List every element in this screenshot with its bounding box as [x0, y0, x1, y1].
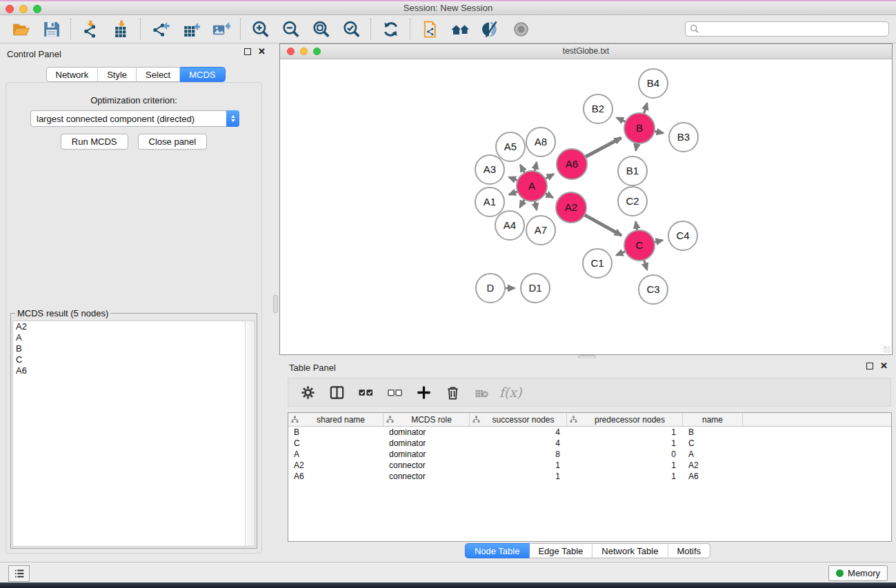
edge-A-A2[interactable]	[545, 194, 552, 198]
resize-grip-icon[interactable]	[884, 346, 890, 353]
search-field[interactable]	[685, 21, 889, 37]
zoom-selected-button[interactable]	[336, 17, 366, 41]
tab-style[interactable]: Style	[98, 67, 137, 82]
column-header-predecessor-nodes[interactable]: predecessor nodes	[567, 413, 683, 426]
table-row[interactable]: Adominator80A	[288, 449, 891, 460]
edge-B-B4[interactable]	[644, 103, 647, 114]
node-B2[interactable]: B2	[584, 94, 613, 123]
function-button[interactable]: f(x)	[501, 383, 520, 402]
edge-A-A5[interactable]	[520, 165, 524, 172]
node-B[interactable]: B	[624, 113, 655, 143]
close-panel-icon[interactable]: ✕	[258, 48, 266, 55]
table-close-panel-icon[interactable]: ✕	[880, 363, 888, 369]
columns-button[interactable]	[327, 383, 346, 402]
add-button[interactable]	[414, 383, 433, 402]
node-C2[interactable]: C2	[618, 187, 647, 216]
node-A1[interactable]: A1	[475, 187, 504, 216]
close-panel-button[interactable]: Close panel	[138, 134, 208, 150]
tab-select[interactable]: Select	[137, 67, 180, 82]
show-hide-panel-button[interactable]	[506, 17, 536, 41]
first-neighbors-button[interactable]	[445, 17, 475, 41]
zoom-out-button[interactable]	[275, 17, 306, 41]
node-A3[interactable]: A3	[475, 155, 504, 184]
tab-network-table[interactable]: Network Table	[593, 543, 668, 558]
tab-edge-table[interactable]: Edge Table	[529, 543, 593, 558]
minimize-window-button[interactable]	[19, 5, 28, 13]
table-row[interactable]: A2connector11A2	[288, 460, 891, 471]
zoom-window-button[interactable]	[33, 5, 41, 13]
edge-B-B3[interactable]	[655, 131, 664, 133]
node-C3[interactable]: C3	[639, 275, 668, 304]
node-A[interactable]: A	[517, 171, 547, 201]
tab-network[interactable]: Network	[46, 67, 98, 82]
edge-C-C1[interactable]	[617, 252, 626, 256]
gear-button[interactable]	[298, 383, 317, 402]
node-C4[interactable]: C4	[668, 221, 697, 250]
delete-button[interactable]	[443, 383, 462, 402]
network-close-button[interactable]	[287, 48, 295, 55]
run-mcds-button[interactable]: Run MCDS	[61, 134, 128, 150]
hide-selected-button[interactable]	[475, 17, 506, 41]
node-B3[interactable]: B3	[669, 123, 698, 152]
node-A4[interactable]: A4	[495, 211, 524, 240]
zoom-fit-button[interactable]	[306, 17, 336, 41]
table-float-panel-icon[interactable]	[866, 363, 873, 369]
deselect-all-button[interactable]	[385, 383, 404, 402]
result-item[interactable]: B	[13, 343, 255, 354]
import-network-button[interactable]	[75, 17, 106, 41]
result-item[interactable]: A6	[13, 365, 255, 376]
edge-B-B1[interactable]	[636, 143, 637, 151]
edge-B-B2[interactable]	[617, 118, 626, 122]
column-header-MCDS-role[interactable]: MCDS role	[384, 413, 470, 426]
save-button[interactable]	[36, 17, 66, 41]
edge-A-A7[interactable]	[535, 201, 537, 210]
node-D[interactable]: D	[476, 274, 505, 303]
edge-A-A6[interactable]	[545, 174, 553, 179]
network-zoom-button[interactable]	[313, 48, 321, 55]
tab-mcds[interactable]: MCDS	[180, 67, 225, 82]
open-button[interactable]	[6, 17, 36, 41]
node-C[interactable]: C	[624, 230, 655, 261]
delete-table-button[interactable]	[472, 383, 491, 402]
edge-A2-C[interactable]	[584, 215, 621, 236]
result-item[interactable]: A2	[13, 321, 255, 332]
node-B4[interactable]: B4	[639, 69, 668, 98]
search-input[interactable]	[702, 24, 884, 34]
edge-A6-B[interactable]	[585, 138, 621, 157]
node-A2[interactable]: A2	[556, 192, 586, 223]
tab-node-table[interactable]: Node Table	[465, 543, 530, 558]
edge-A-A1[interactable]	[509, 192, 517, 195]
optimization-criterion-select[interactable]: largest connected component (directed)	[30, 110, 239, 127]
float-panel-icon[interactable]	[244, 48, 251, 55]
import-table-button[interactable]	[106, 17, 136, 41]
edge-C-C4[interactable]	[654, 241, 662, 243]
table-row[interactable]: Bdominator41B	[288, 427, 891, 438]
edge-C-C2[interactable]	[636, 222, 637, 231]
result-list-scrollbar[interactable]	[245, 321, 255, 546]
edge-A-A3[interactable]	[509, 177, 518, 181]
zoom-in-button[interactable]	[245, 17, 275, 41]
node-D1[interactable]: D1	[521, 274, 550, 303]
new-network-from-selection-button[interactable]	[415, 17, 445, 41]
select-all-button[interactable]	[356, 383, 375, 402]
edge-A-A8[interactable]	[535, 162, 537, 171]
tab-motifs[interactable]: Motifs	[668, 543, 710, 558]
network-minimize-button[interactable]	[300, 48, 308, 55]
node-A5[interactable]: A5	[496, 132, 525, 161]
table-row[interactable]: Cdominator41C	[288, 438, 891, 449]
edge-C-C3[interactable]	[644, 260, 647, 270]
export-table-button[interactable]	[175, 17, 206, 41]
node-A8[interactable]: A8	[526, 128, 555, 156]
export-network-button[interactable]	[145, 17, 175, 41]
network-canvas[interactable]: B4B2BB3A8A5A6A3B1AA1C2A2A4A7C4CC1DD1C3	[280, 59, 892, 354]
task-history-button[interactable]	[8, 565, 30, 582]
result-item[interactable]: A	[13, 332, 255, 343]
apply-layout-button[interactable]	[375, 17, 406, 41]
close-window-button[interactable]	[6, 5, 14, 13]
node-A6[interactable]: A6	[557, 149, 587, 179]
memory-button[interactable]: Memory	[828, 565, 888, 581]
network-window-titlebar[interactable]: testGlobe.txt	[280, 44, 892, 59]
node-A7[interactable]: A7	[526, 216, 555, 245]
column-header-successor-nodes[interactable]: successor nodes	[470, 413, 567, 426]
node-B1[interactable]: B1	[618, 156, 647, 185]
